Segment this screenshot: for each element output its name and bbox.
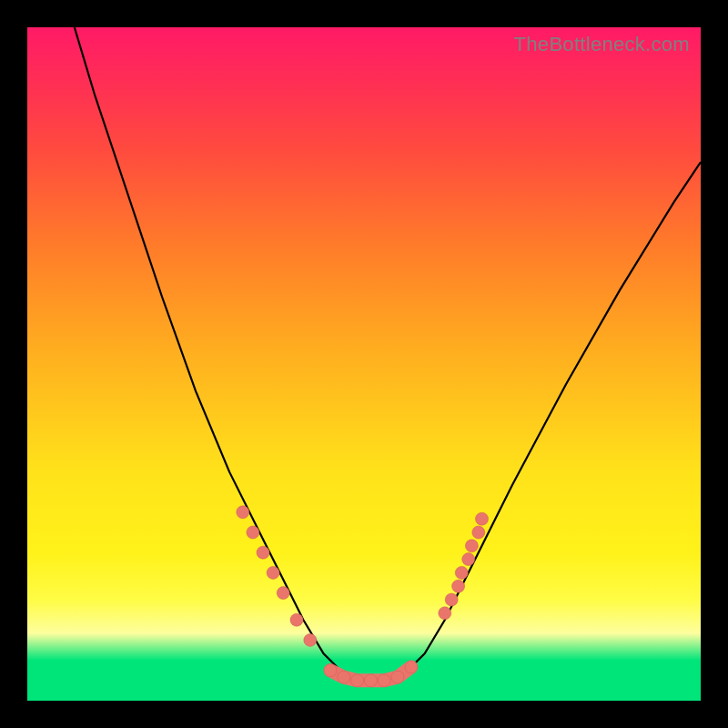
data-point — [439, 607, 451, 620]
data-point — [277, 587, 289, 600]
data-point — [465, 540, 478, 552]
chart-frame: TheBottleneck.com — [0, 0, 728, 728]
data-point — [237, 506, 249, 519]
data-point — [324, 664, 337, 677]
data-point — [405, 661, 418, 673]
bottom-marker-band — [330, 667, 411, 681]
data-point — [247, 526, 259, 539]
curve-layer — [27, 27, 701, 701]
data-point — [364, 674, 377, 687]
data-markers — [237, 506, 489, 687]
watermark-text: TheBottleneck.com — [514, 33, 690, 56]
data-point — [476, 512, 489, 525]
bottleneck-curve — [75, 27, 701, 681]
data-point — [455, 566, 468, 579]
data-point — [351, 674, 364, 687]
data-point — [462, 553, 475, 566]
data-point — [290, 613, 303, 626]
data-point — [267, 566, 279, 579]
data-point — [472, 526, 485, 539]
data-point — [391, 671, 404, 683]
data-point — [257, 546, 269, 559]
data-point — [304, 633, 317, 646]
data-point — [378, 674, 390, 687]
data-point — [452, 580, 465, 592]
data-point — [338, 671, 350, 683]
data-point — [445, 593, 458, 606]
plot-area: TheBottleneck.com — [27, 27, 701, 701]
